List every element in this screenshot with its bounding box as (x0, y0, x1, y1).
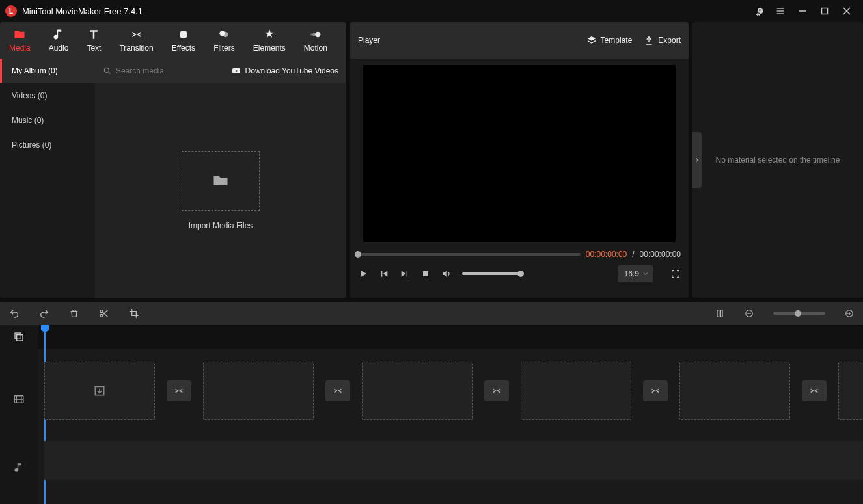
scrub-bar[interactable] (358, 253, 581, 256)
import-label: Import Media Files (189, 221, 253, 230)
svg-rect-4 (822, 8, 828, 14)
total-time: 00:00:00:00 (640, 250, 681, 259)
tab-label: Text (87, 44, 101, 53)
svg-point-10 (315, 32, 320, 37)
inspector-panel: No material selected on the timeline (692, 22, 863, 298)
volume-button[interactable] (441, 269, 452, 279)
chevron-down-icon (642, 270, 650, 278)
clip-placeholder[interactable] (679, 362, 790, 420)
svg-rect-27 (17, 335, 23, 341)
tab-label: Transition (119, 44, 153, 53)
sidebar-item-videos[interactable]: Videos (0) (0, 83, 95, 108)
clip-placeholder[interactable] (44, 362, 155, 420)
search-input[interactable] (116, 66, 220, 75)
svg-rect-19 (717, 310, 719, 317)
clip-placeholder[interactable] (838, 362, 863, 420)
layers-icon (586, 35, 597, 46)
sidebar-item-my-album[interactable]: My Album (0) (0, 59, 95, 83)
tab-filters[interactable]: Filters (204, 22, 244, 59)
close-button[interactable] (836, 0, 858, 22)
clip-placeholder[interactable] (362, 362, 473, 420)
current-time: 00:00:00:00 (586, 250, 627, 259)
transition-slot[interactable] (643, 380, 668, 401)
export-icon (644, 35, 654, 46)
volume-slider[interactable] (462, 272, 521, 275)
aspect-ratio-select[interactable]: 16:9 (618, 265, 653, 282)
tab-media[interactable]: Media (0, 22, 40, 59)
tool-tabs: Media Audio Text Transition Effects Filt… (0, 22, 346, 59)
tab-transition[interactable]: Transition (110, 22, 162, 59)
tab-audio[interactable]: Audio (40, 22, 78, 59)
panel-collapse-handle[interactable] (692, 132, 702, 188)
audio-track[interactable] (44, 441, 863, 480)
next-frame-button[interactable] (400, 269, 410, 279)
crop-button[interactable] (129, 308, 139, 319)
zoom-out-button[interactable] (745, 309, 754, 318)
svg-point-12 (310, 33, 312, 35)
timeline-panel (0, 302, 863, 504)
tab-label: Audio (49, 44, 69, 53)
video-track[interactable] (38, 360, 863, 421)
key-icon[interactable] (747, 0, 769, 22)
preview-canvas (363, 65, 676, 242)
template-label: Template (601, 36, 633, 45)
clip-placeholder[interactable] (521, 362, 631, 420)
add-track-button[interactable] (0, 325, 38, 349)
delete-button[interactable] (69, 308, 79, 319)
svg-point-11 (312, 33, 316, 36)
transition-slot[interactable] (167, 380, 191, 401)
fit-button[interactable] (715, 308, 725, 319)
tab-motion[interactable]: Motion (295, 22, 336, 59)
youtube-icon (231, 66, 241, 76)
tab-label: Media (9, 44, 31, 53)
stop-button[interactable] (420, 269, 431, 279)
sidebar-item-pictures[interactable]: Pictures (0) (0, 133, 95, 157)
tab-label: Elements (253, 44, 286, 53)
play-button[interactable] (358, 269, 368, 279)
minimize-button[interactable] (791, 0, 814, 22)
fullscreen-button[interactable] (670, 269, 681, 279)
player-title: Player (358, 36, 380, 45)
download-youtube-button[interactable]: Download YouTube Videos (231, 66, 338, 76)
tab-label: Motion (304, 44, 327, 53)
inspector-empty-text: No material selected on the timeline (716, 155, 840, 165)
export-button[interactable]: Export (644, 35, 681, 46)
maximize-button[interactable] (814, 0, 836, 22)
clip-placeholder[interactable] (203, 362, 314, 420)
template-button[interactable]: Template (586, 35, 633, 46)
search-input-wrap (103, 66, 226, 75)
tab-label: Effects (172, 44, 195, 53)
time-separator: / (632, 250, 634, 259)
svg-rect-7 (180, 31, 187, 38)
split-button[interactable] (99, 308, 109, 319)
redo-button[interactable] (39, 308, 49, 319)
hamburger-icon[interactable] (769, 0, 791, 22)
chevron-right-icon (694, 157, 700, 163)
svg-rect-16 (423, 271, 428, 276)
media-sidebar: My Album (0) Videos (0) Music (0) Pictur… (0, 59, 95, 298)
transition-slot[interactable] (802, 380, 827, 401)
import-area[interactable]: Import Media Files (95, 83, 346, 298)
transition-slot[interactable] (484, 380, 509, 401)
player-panel: Player Template Export 00:00:00:00 / 00:… (350, 22, 689, 298)
zoom-in-button[interactable] (845, 309, 854, 318)
zoom-slider[interactable] (773, 312, 825, 315)
app-logo-icon: L (5, 5, 17, 17)
import-icon (93, 384, 106, 397)
transition-slot[interactable] (325, 380, 350, 401)
prev-frame-button[interactable] (379, 269, 389, 279)
tab-effects[interactable]: Effects (163, 22, 204, 59)
svg-rect-26 (15, 333, 21, 339)
tab-text[interactable]: Text (77, 22, 110, 59)
folder-icon (212, 172, 230, 190)
export-label: Export (658, 36, 681, 45)
undo-button[interactable] (9, 308, 20, 319)
drop-box[interactable] (182, 151, 260, 211)
timeline-ruler[interactable] (38, 325, 863, 349)
left-panel: Media Audio Text Transition Effects Filt… (0, 22, 346, 298)
tab-elements[interactable]: Elements (244, 22, 295, 59)
video-track-icon (0, 360, 38, 438)
sidebar-item-music[interactable]: Music (0) (0, 108, 95, 133)
svg-rect-20 (720, 310, 722, 317)
media-content: Download YouTube Videos Import Media Fil… (95, 59, 346, 298)
